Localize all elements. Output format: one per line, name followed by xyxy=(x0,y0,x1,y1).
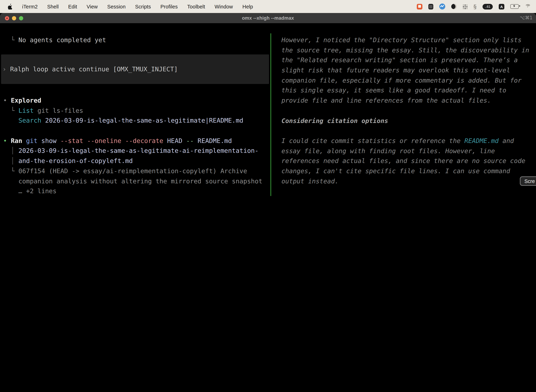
dots-grid-icon[interactable] xyxy=(463,4,467,9)
moon-icon[interactable] xyxy=(451,4,456,9)
terminal-line: this single essay, it seems like a good … xyxy=(274,85,536,96)
menu-item[interactable]: Window xyxy=(215,4,233,9)
terminal-line xyxy=(274,126,536,136)
window-title-bar[interactable]: omx --xhigh --madmax ⌥⌘1 xyxy=(0,13,536,23)
no-agents-line: └ No agents completed yet xyxy=(3,35,270,45)
menu-item[interactable]: iTerm2 xyxy=(22,4,38,9)
terminal-pane-right: However, I noticed the "Directory Struct… xyxy=(271,33,536,196)
terminal-line xyxy=(274,106,536,116)
screenshot-app-icon[interactable] xyxy=(417,4,422,9)
menu-bar-menus: iTerm2ShellEditViewSessionScriptsProfile… xyxy=(0,4,253,9)
terminal-line: the "Related research writing" section i… xyxy=(274,55,536,65)
terminal-line: └ List git ls-files xyxy=(3,106,270,116)
menu-items: iTerm2ShellEditViewSessionScriptsProfile… xyxy=(22,4,253,9)
minimize-button[interactable] xyxy=(12,16,16,20)
terminal-line: • Explored xyxy=(3,96,270,106)
iterm2-window: omx --xhigh --madmax ⌥⌘1 └ No agents com… xyxy=(0,13,536,196)
menu-item[interactable]: Shell xyxy=(47,4,59,9)
terminal-line: companion file, especially if more comme… xyxy=(274,75,536,85)
count-badge-icon[interactable]: ..61 xyxy=(483,4,493,9)
terminal-line: • Ran git show --stat --oneline --decora… xyxy=(3,136,270,146)
terminal-line: references need actual files, and since … xyxy=(274,156,536,166)
window-title: omx --xhigh --madmax xyxy=(242,15,294,21)
terminal-line: the source tree, missing the essay. Stil… xyxy=(274,45,536,55)
terminal-line: output instead. xyxy=(274,176,536,186)
menu-item[interactable]: Profiles xyxy=(160,4,178,9)
terminal-line: Considering citation options xyxy=(274,116,536,126)
terminal-line: │ 2026-03-09-is-legal-the-same-as-legiti… xyxy=(3,146,270,156)
menu-item[interactable]: Edit xyxy=(68,4,77,9)
screen-capture-chip[interactable]: Scre xyxy=(520,176,536,186)
macos-menu-bar: iTerm2ShellEditViewSessionScriptsProfile… xyxy=(0,0,536,13)
terminal-line: companion analysis without altering the … xyxy=(3,176,270,186)
terminal-content: └ No agents completed yet › Ralph loop a… xyxy=(0,23,536,196)
input-source-icon[interactable]: A xyxy=(499,4,504,9)
keypad-icon[interactable] xyxy=(428,4,433,9)
wifi-icon[interactable] xyxy=(525,4,531,9)
terminal-line: Search 2026-03-09-is-legal-the-same-as-l… xyxy=(3,116,270,126)
apple-menu-icon[interactable] xyxy=(8,4,13,9)
terminal-line xyxy=(3,126,270,136)
squiggle-icon[interactable]: § xyxy=(474,3,477,10)
menu-item[interactable]: Help xyxy=(243,4,253,9)
window-shortcut-badge: ⌥⌘1 xyxy=(520,15,532,20)
terminal-line: │ and-the-erosion-of-copyleft.md xyxy=(3,156,270,166)
terminal-line xyxy=(274,186,536,196)
menu-item[interactable]: Scripts xyxy=(135,4,151,9)
terminal-line: essay file, along with finding root file… xyxy=(274,146,536,156)
menu-item[interactable]: Toolbelt xyxy=(187,4,205,9)
terminal-line: However, I noticed the "Directory Struct… xyxy=(274,35,536,45)
close-button[interactable] xyxy=(5,16,9,20)
terminal-line: I could cite commit statistics or refere… xyxy=(274,136,536,146)
battery-icon[interactable] xyxy=(510,4,519,9)
terminal-line: └ 067f154 (HEAD -> essay/ai-reimplementa… xyxy=(3,166,270,176)
macos-screen: iTerm2ShellEditViewSessionScriptsProfile… xyxy=(0,0,536,196)
terminal-line: changes, I can't cite specific file line… xyxy=(274,166,536,176)
menu-bar-status-icons: § ..61 A xyxy=(417,3,536,10)
agent-transcript-right: However, I noticed the "Directory Struct… xyxy=(274,35,536,196)
terminal-line: … +2 lines xyxy=(3,186,270,196)
agent-transcript-left: • Explored └ List git ls-files Search 20… xyxy=(3,96,270,196)
badge-app-icon[interactable] xyxy=(439,4,445,9)
zoom-button[interactable] xyxy=(19,16,23,20)
menu-item[interactable]: View xyxy=(87,4,98,9)
inject-message-box: › Ralph loop active continue [OMX_TMUX_I… xyxy=(1,54,269,84)
inject-message-line: › Ralph loop active continue [OMX_TMUX_I… xyxy=(1,64,269,74)
terminal-pane-left: └ No agents completed yet › Ralph loop a… xyxy=(0,33,270,196)
traffic-lights xyxy=(5,16,23,20)
terminal-line: slight risk that future readers may over… xyxy=(274,65,536,75)
menu-item[interactable]: Session xyxy=(107,4,126,9)
terminal-line: provide file and line references from th… xyxy=(274,96,536,106)
